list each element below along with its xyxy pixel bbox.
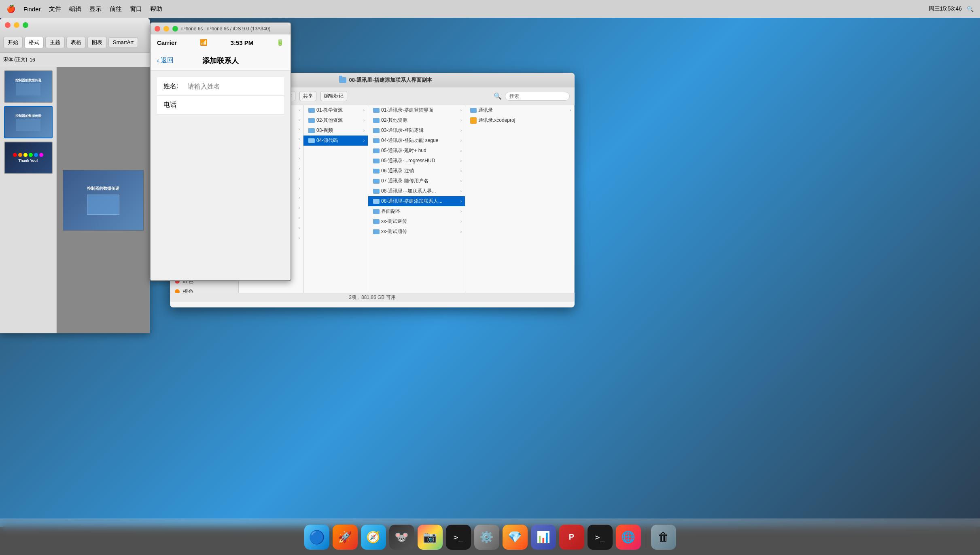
dock-cursor[interactable]: 🐭 xyxy=(389,525,414,550)
dock-sketch[interactable]: 💎 xyxy=(503,525,528,550)
col3-item-7[interactable]: 07-通讯录-随传用户名 › xyxy=(368,176,465,186)
ios-name-input[interactable] xyxy=(188,83,278,90)
ios-close[interactable] xyxy=(155,26,160,32)
keynote-titlebar xyxy=(0,18,150,32)
keynote-toolbar: 开始 格式 主题 表格 图表 SmartArt xyxy=(0,32,150,53)
arrow-icon: › xyxy=(460,219,462,224)
ios-name-label: 姓名: xyxy=(163,82,183,91)
toolbar-smartart[interactable]: SmartArt xyxy=(108,37,138,47)
toolbar-start[interactable]: 开始 xyxy=(3,37,23,48)
arrow-icon: › xyxy=(460,108,462,112)
dock-ppt[interactable]: P xyxy=(559,525,584,550)
col3-folder-icon-7 xyxy=(373,179,380,184)
col2-item-2[interactable]: 03-视频 › xyxy=(303,125,368,136)
col3-item-4[interactable]: 05-通讯录-延时+ hud › xyxy=(368,146,465,156)
arrow-icon: › xyxy=(570,108,571,112)
menu-edit[interactable]: 编辑 xyxy=(69,5,81,13)
close-button[interactable] xyxy=(5,22,11,28)
col3-folder-icon-4 xyxy=(373,148,380,153)
slide-thumb-11[interactable]: 控制器的数据传递 xyxy=(4,70,53,103)
ios-simulator-title: iPhone 6s - iPhone 6s / iOS 9.0 (13A340) xyxy=(181,26,270,32)
dock-finder[interactable]: 🔵 xyxy=(304,525,329,550)
col3-folder-icon-0 xyxy=(373,108,380,113)
menu-window[interactable]: 窗口 xyxy=(130,5,142,13)
sidebar-item-tag-orange[interactable]: 橙色 xyxy=(170,286,238,293)
menu-go[interactable]: 前往 xyxy=(110,5,122,13)
ios-form: 姓名: 电话 xyxy=(151,71,291,121)
col3-item-2[interactable]: 03-通讯录-登陆逻辑 › xyxy=(368,125,465,136)
ios-status-bar: Carrier 📶 3:53 PM 🔋 xyxy=(151,34,291,51)
ios-minimize[interactable] xyxy=(163,26,169,32)
dock-terminal[interactable]: >_ xyxy=(446,525,471,550)
dock-safari[interactable]: 🧭 xyxy=(361,525,386,550)
ios-name-row: 姓名: xyxy=(157,77,284,96)
arrow-icon: › xyxy=(299,156,300,161)
col4-item-1[interactable]: 通讯录.xcodeproj xyxy=(465,115,574,125)
toolbar-format[interactable]: 格式 xyxy=(24,37,44,48)
col4-item-0[interactable]: 通讯录 › xyxy=(465,105,574,115)
col2-folder-icon-0 xyxy=(308,108,315,113)
maximize-button[interactable] xyxy=(23,22,28,28)
arrow-icon: › xyxy=(460,148,462,153)
ios-back-button[interactable]: ‹ 返回 xyxy=(157,56,174,65)
finder-toolbar-right: 🔍 xyxy=(494,92,570,101)
col3-folder-icon-9 xyxy=(373,199,380,204)
ios-carrier: Carrier xyxy=(157,39,177,46)
slide-thumb-13[interactable]: Thank You! xyxy=(4,142,53,174)
col3-item-11[interactable]: xx-测试逆传 › xyxy=(368,216,465,227)
ios-nav-bar: ‹ 返回 添加联系人 xyxy=(151,51,291,71)
toolbar-chart[interactable]: 图表 xyxy=(87,37,107,48)
ios-maximize[interactable] xyxy=(172,26,178,32)
arrow-icon: › xyxy=(460,128,462,133)
slide-thumb-12[interactable]: 控制器的数据传递 xyxy=(4,106,53,138)
share-btn[interactable]: 共享 xyxy=(299,91,316,101)
folder-icon xyxy=(339,77,346,83)
arrow-icon: › xyxy=(363,128,365,133)
arrow-icon: › xyxy=(299,108,300,112)
dock-keynote[interactable]: 📊 xyxy=(531,525,556,550)
col3-item-3[interactable]: 04-通讯录-登陆功能 segue › xyxy=(368,136,465,146)
col3-item-6[interactable]: 06-通讯录-注销 › xyxy=(368,166,465,176)
dock-trash[interactable]: 🗑 xyxy=(651,525,676,550)
dock-photos[interactable]: 📷 xyxy=(418,525,443,550)
tag-btn[interactable]: 编辑标记 xyxy=(320,91,347,101)
arrow-icon: › xyxy=(299,127,300,131)
ios-wifi-icon: 📶 xyxy=(200,39,208,46)
col2-item-3[interactable]: 04-源代码 › xyxy=(303,136,368,146)
dock-browser2[interactable]: 🌐 xyxy=(616,525,641,550)
toolbar-table[interactable]: 表格 xyxy=(66,37,86,48)
arrow-icon: › xyxy=(299,236,300,240)
tag-orange-dot xyxy=(175,289,180,293)
ios-phone-row: 电话 xyxy=(157,96,284,114)
menubar-search[interactable]: 🔍 xyxy=(967,6,974,12)
toolbar-theme[interactable]: 主题 xyxy=(45,37,65,48)
arrow-icon: › xyxy=(363,138,365,143)
dock-terminal2[interactable]: >_ xyxy=(588,525,613,550)
col3-item-12[interactable]: xx-测试顺传 › xyxy=(368,227,465,237)
finder-col-4: 通讯录 › 通讯录.xcodeproj xyxy=(465,105,575,293)
col2-item-1[interactable]: 02-其他资源 › xyxy=(303,115,368,125)
dock-launchpad[interactable]: 🚀 xyxy=(333,525,358,550)
menu-finder[interactable]: Finder xyxy=(23,6,41,13)
ios-phone-label: 电话 xyxy=(163,101,183,109)
col3-item-8[interactable]: 08-通讯里---加联系人界... › xyxy=(368,186,465,196)
col3-folder-icon-11 xyxy=(373,219,380,224)
menu-view[interactable]: 显示 xyxy=(89,5,102,13)
arrow-icon: › xyxy=(299,226,300,230)
minimize-button[interactable] xyxy=(14,22,19,28)
menu-help[interactable]: 帮助 xyxy=(150,5,162,13)
apple-menu[interactable]: 🍎 xyxy=(6,4,15,13)
keynote-window: 开始 格式 主题 表格 图表 SmartArt 宋体 (正文) 16 11 控制… xyxy=(0,18,150,333)
col3-item-1[interactable]: 02-其他资源 › xyxy=(368,115,465,125)
dock-system-prefs[interactable]: ⚙️ xyxy=(474,525,499,550)
col3-item-10[interactable]: 界面副本 › xyxy=(368,206,465,216)
finder-search-input[interactable] xyxy=(505,92,570,101)
col3-item-9[interactable]: 08-通讯里-搭建添加联系人... › xyxy=(368,196,465,206)
arrow-icon: › xyxy=(299,205,300,210)
col3-item-5[interactable]: 05-通讯录-...rogressHUD › xyxy=(368,156,465,166)
ios-titlebar: iPhone 6s - iPhone 6s / iOS 9.0 (13A340) xyxy=(151,23,291,34)
col2-item-0[interactable]: 01-教学资源 › xyxy=(303,105,368,115)
menu-file[interactable]: 文件 xyxy=(49,5,61,13)
col3-folder-icon-2 xyxy=(373,128,380,133)
col3-item-0[interactable]: 01-通讯录-搭建登陆界面 › xyxy=(368,105,465,115)
